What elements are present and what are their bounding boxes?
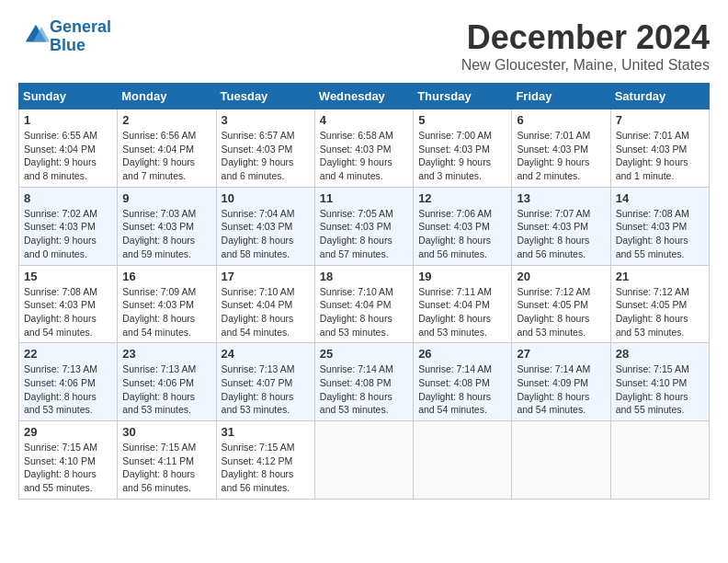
day-number: 3 xyxy=(222,113,310,127)
day-info: Sunrise: 7:14 AM Sunset: 4:08 PM Dayligh… xyxy=(320,362,408,417)
col-header-wednesday: Wednesday xyxy=(314,84,413,109)
day-info: Sunrise: 6:55 AM Sunset: 4:04 PM Dayligh… xyxy=(24,129,112,183)
day-cell: 12Sunrise: 7:06 AM Sunset: 4:03 PM Dayli… xyxy=(414,187,512,265)
day-cell: 15Sunrise: 7:08 AM Sunset: 4:03 PM Dayli… xyxy=(19,265,118,343)
day-cell: 18Sunrise: 7:10 AM Sunset: 4:04 PM Dayli… xyxy=(314,265,413,343)
month-title: December 2024 xyxy=(461,18,710,57)
col-header-saturday: Saturday xyxy=(610,84,709,109)
day-cell xyxy=(610,421,709,500)
day-number: 30 xyxy=(122,425,210,439)
day-number: 18 xyxy=(320,270,408,283)
day-cell: 20Sunrise: 7:12 AM Sunset: 4:05 PM Dayli… xyxy=(512,265,610,343)
day-cell: 28Sunrise: 7:15 AM Sunset: 4:10 PM Dayli… xyxy=(610,343,709,421)
day-info: Sunrise: 7:03 AM Sunset: 4:03 PM Dayligh… xyxy=(122,207,210,261)
day-info: Sunrise: 7:04 AM Sunset: 4:03 PM Dayligh… xyxy=(222,207,310,261)
day-cell: 1Sunrise: 6:55 AM Sunset: 4:04 PM Daylig… xyxy=(19,109,118,188)
col-header-friday: Friday xyxy=(512,84,610,109)
day-info: Sunrise: 7:06 AM Sunset: 4:03 PM Dayligh… xyxy=(418,207,506,261)
day-cell: 4Sunrise: 6:58 AM Sunset: 4:03 PM Daylig… xyxy=(314,109,413,188)
day-number: 1 xyxy=(24,113,112,127)
day-number: 27 xyxy=(517,347,605,361)
day-cell: 30Sunrise: 7:15 AM Sunset: 4:11 PM Dayli… xyxy=(118,421,216,500)
day-cell: 23Sunrise: 7:13 AM Sunset: 4:06 PM Dayli… xyxy=(118,343,216,421)
day-info: Sunrise: 6:57 AM Sunset: 4:03 PM Dayligh… xyxy=(222,129,310,183)
day-number: 29 xyxy=(24,425,112,439)
page-header: General Blue December 2024 New Glouceste… xyxy=(18,18,710,74)
day-info: Sunrise: 7:15 AM Sunset: 4:10 PM Dayligh… xyxy=(616,362,704,417)
week-row-1: 1Sunrise: 6:55 AM Sunset: 4:04 PM Daylig… xyxy=(19,109,710,188)
location: New Gloucester, Maine, United States xyxy=(461,57,710,74)
week-row-3: 15Sunrise: 7:08 AM Sunset: 4:03 PM Dayli… xyxy=(19,265,710,343)
day-cell: 9Sunrise: 7:03 AM Sunset: 4:03 PM Daylig… xyxy=(118,187,216,265)
day-cell: 21Sunrise: 7:12 AM Sunset: 4:05 PM Dayli… xyxy=(610,265,709,343)
day-info: Sunrise: 7:12 AM Sunset: 4:05 PM Dayligh… xyxy=(616,285,704,339)
day-info: Sunrise: 7:05 AM Sunset: 4:03 PM Dayligh… xyxy=(320,207,408,261)
day-info: Sunrise: 7:08 AM Sunset: 4:03 PM Dayligh… xyxy=(616,207,704,261)
day-number: 10 xyxy=(222,191,310,205)
week-row-5: 29Sunrise: 7:15 AM Sunset: 4:10 PM Dayli… xyxy=(19,421,710,500)
day-cell xyxy=(414,421,512,500)
day-cell: 8Sunrise: 7:02 AM Sunset: 4:03 PM Daylig… xyxy=(19,187,118,265)
col-header-monday: Monday xyxy=(118,84,216,109)
day-info: Sunrise: 7:13 AM Sunset: 4:07 PM Dayligh… xyxy=(222,362,310,417)
day-cell: 22Sunrise: 7:13 AM Sunset: 4:06 PM Dayli… xyxy=(19,343,118,421)
day-number: 26 xyxy=(418,347,506,361)
day-number: 11 xyxy=(320,191,408,205)
day-number: 31 xyxy=(222,425,310,439)
day-info: Sunrise: 7:09 AM Sunset: 4:03 PM Dayligh… xyxy=(122,285,210,339)
day-info: Sunrise: 7:11 AM Sunset: 4:04 PM Dayligh… xyxy=(418,285,506,339)
col-header-tuesday: Tuesday xyxy=(216,84,314,109)
day-number: 9 xyxy=(122,191,210,205)
day-number: 2 xyxy=(122,113,210,127)
day-number: 23 xyxy=(122,347,210,361)
day-info: Sunrise: 7:07 AM Sunset: 4:03 PM Dayligh… xyxy=(517,207,605,261)
day-cell: 25Sunrise: 7:14 AM Sunset: 4:08 PM Dayli… xyxy=(314,343,413,421)
day-cell: 3Sunrise: 6:57 AM Sunset: 4:03 PM Daylig… xyxy=(216,109,314,188)
day-cell: 10Sunrise: 7:04 AM Sunset: 4:03 PM Dayli… xyxy=(216,187,314,265)
day-info: Sunrise: 7:08 AM Sunset: 4:03 PM Dayligh… xyxy=(24,285,112,339)
title-block: December 2024 New Gloucester, Maine, Uni… xyxy=(461,18,710,74)
day-cell: 19Sunrise: 7:11 AM Sunset: 4:04 PM Dayli… xyxy=(414,265,512,343)
day-number: 22 xyxy=(24,347,112,361)
day-number: 28 xyxy=(616,347,704,361)
day-info: Sunrise: 6:56 AM Sunset: 4:04 PM Dayligh… xyxy=(122,129,210,183)
day-info: Sunrise: 7:01 AM Sunset: 4:03 PM Dayligh… xyxy=(517,129,605,183)
calendar-table: SundayMondayTuesdayWednesdayThursdayFrid… xyxy=(18,83,710,500)
week-row-2: 8Sunrise: 7:02 AM Sunset: 4:03 PM Daylig… xyxy=(19,187,710,265)
day-number: 16 xyxy=(122,270,210,283)
day-cell: 31Sunrise: 7:15 AM Sunset: 4:12 PM Dayli… xyxy=(216,421,314,500)
day-number: 24 xyxy=(222,347,310,361)
week-row-4: 22Sunrise: 7:13 AM Sunset: 4:06 PM Dayli… xyxy=(19,343,710,421)
day-number: 20 xyxy=(517,270,605,283)
day-info: Sunrise: 6:58 AM Sunset: 4:03 PM Dayligh… xyxy=(320,129,408,183)
day-cell: 6Sunrise: 7:01 AM Sunset: 4:03 PM Daylig… xyxy=(512,109,610,188)
day-info: Sunrise: 7:14 AM Sunset: 4:08 PM Dayligh… xyxy=(418,362,506,417)
day-number: 17 xyxy=(222,270,310,283)
logo-line2: Blue xyxy=(50,36,85,54)
day-number: 25 xyxy=(320,347,408,361)
day-info: Sunrise: 7:10 AM Sunset: 4:04 PM Dayligh… xyxy=(222,285,310,339)
day-cell: 11Sunrise: 7:05 AM Sunset: 4:03 PM Dayli… xyxy=(314,187,413,265)
day-number: 12 xyxy=(418,191,506,205)
day-cell: 2Sunrise: 6:56 AM Sunset: 4:04 PM Daylig… xyxy=(118,109,216,188)
logo-icon xyxy=(22,21,50,49)
day-number: 14 xyxy=(616,191,704,205)
day-info: Sunrise: 7:14 AM Sunset: 4:09 PM Dayligh… xyxy=(517,362,605,417)
day-number: 7 xyxy=(616,113,704,127)
day-cell: 5Sunrise: 7:00 AM Sunset: 4:03 PM Daylig… xyxy=(414,109,512,188)
logo-line1: General xyxy=(50,17,111,36)
day-cell: 13Sunrise: 7:07 AM Sunset: 4:03 PM Dayli… xyxy=(512,187,610,265)
day-number: 21 xyxy=(616,270,704,283)
day-cell: 14Sunrise: 7:08 AM Sunset: 4:03 PM Dayli… xyxy=(610,187,709,265)
col-header-thursday: Thursday xyxy=(414,84,512,109)
day-info: Sunrise: 7:15 AM Sunset: 4:10 PM Dayligh… xyxy=(24,441,112,495)
day-cell: 29Sunrise: 7:15 AM Sunset: 4:10 PM Dayli… xyxy=(19,421,118,500)
day-cell: 17Sunrise: 7:10 AM Sunset: 4:04 PM Dayli… xyxy=(216,265,314,343)
day-number: 5 xyxy=(418,113,506,127)
day-info: Sunrise: 7:10 AM Sunset: 4:04 PM Dayligh… xyxy=(320,285,408,339)
day-info: Sunrise: 7:13 AM Sunset: 4:06 PM Dayligh… xyxy=(122,362,210,417)
col-header-sunday: Sunday xyxy=(19,84,118,109)
day-cell: 7Sunrise: 7:01 AM Sunset: 4:03 PM Daylig… xyxy=(610,109,709,188)
logo-text: General Blue xyxy=(50,18,111,55)
day-number: 4 xyxy=(320,113,408,127)
